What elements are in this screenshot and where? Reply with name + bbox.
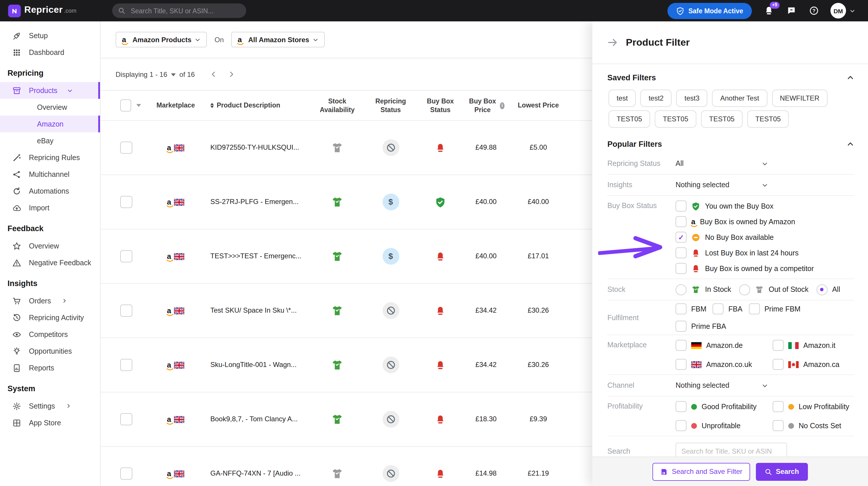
saved-filter-chip[interactable]: test2 [641, 90, 672, 107]
col-header-lowest-price[interactable]: Lowest Price [508, 101, 569, 110]
sidebar-item-automations[interactable]: Automations [0, 183, 100, 200]
fulfilment-prime-fba[interactable]: Prime FBA [676, 321, 726, 332]
checkbox[interactable] [676, 303, 686, 314]
saved-filter-chip[interactable]: test3 [676, 90, 708, 107]
sidebar-item-products-amazon[interactable]: Amazon [0, 116, 100, 132]
profitability-unprofitable[interactable]: Unprofitable [676, 420, 773, 431]
sidebar-item-settings[interactable]: Settings [0, 398, 100, 414]
global-search-input[interactable] [129, 7, 240, 15]
saved-filter-chip[interactable]: NEWFILTER [772, 90, 828, 107]
stock-in-radio[interactable]: In Stock [676, 284, 731, 295]
product-description[interactable]: Test SKU/ Space In Sku \*... [210, 306, 310, 315]
sidebar-item-feedback-overview[interactable]: Overview [0, 238, 100, 254]
sidebar-item-app-store[interactable]: App Store [0, 414, 100, 431]
row-checkbox[interactable] [120, 305, 132, 317]
stock-out-radio[interactable]: Out of Stock [739, 284, 808, 295]
checkbox[interactable] [676, 247, 686, 258]
profitability-no-costs[interactable]: No Costs Set [773, 420, 849, 431]
saved-filters-header[interactable]: Saved Filters [592, 64, 868, 87]
fulfilment-prime-fbm[interactable]: Prime FBM [749, 303, 800, 314]
messages-button[interactable] [785, 5, 797, 17]
saved-filter-chip[interactable]: TEST05 [747, 110, 789, 128]
fulfilment-fba[interactable]: FBA [713, 303, 743, 314]
product-description[interactable]: KID972550-TY-HULKSQUI... [210, 143, 310, 152]
row-checkbox[interactable] [120, 413, 132, 425]
option-buybox-amazon[interactable]: a Buy Box is owned by Amazon [676, 216, 814, 227]
sidebar-item-opportunities[interactable]: Opportunities [0, 343, 100, 359]
stock-all-radio[interactable]: All [816, 284, 840, 295]
radio[interactable] [676, 284, 686, 295]
saved-filter-chip[interactable]: TEST05 [609, 110, 650, 128]
next-page-button[interactable] [228, 70, 235, 78]
radio-selected[interactable] [816, 284, 828, 295]
product-description[interactable]: GA-NFFQ-74XN - 7 [Audio ... [210, 469, 310, 478]
saved-filter-chip[interactable]: TEST05 [655, 110, 696, 128]
info-icon[interactable]: i [500, 102, 504, 109]
checkbox[interactable] [676, 263, 686, 274]
checkbox[interactable] [676, 420, 686, 431]
select-all-checkbox[interactable] [120, 99, 131, 112]
checkbox[interactable] [676, 401, 686, 412]
help-button[interactable] [808, 5, 819, 17]
checkbox[interactable] [749, 303, 760, 314]
checkbox[interactable] [676, 321, 686, 332]
prev-page-button[interactable] [210, 70, 217, 78]
col-header-stock[interactable]: Stock Availability [310, 97, 365, 114]
product-description[interactable]: Sku-LongTitle-001 - Wagn... [210, 361, 310, 369]
search-button[interactable]: Search [755, 463, 808, 481]
popular-filters-header[interactable]: Popular Filters [592, 136, 868, 153]
search-and-save-filter-button[interactable]: Search and Save Filter [653, 463, 750, 481]
product-description[interactable]: Book9,8,7, - Tom Clancy A... [210, 415, 310, 424]
product-description[interactable]: TEST>>>TEST - Emergenc... [210, 252, 310, 261]
row-checkbox[interactable] [120, 467, 132, 480]
profitability-good[interactable]: Good Profitability [676, 401, 773, 412]
sidebar-item-products-ebay[interactable]: eBay [0, 132, 100, 149]
col-header-repricing[interactable]: Repricing Status [365, 97, 417, 114]
option-no-buybox[interactable]: ✓ No Buy Box available [676, 232, 814, 243]
checkbox[interactable] [676, 359, 686, 370]
fulfilment-fbm[interactable]: FBM [676, 303, 707, 314]
global-search[interactable] [112, 3, 246, 18]
store-dropdown[interactable]: a All Amazon Stores [231, 32, 325, 48]
select-menu-caret-icon[interactable] [136, 104, 141, 107]
option-buybox-competitor[interactable]: Buy Box is owned by a competitor [676, 263, 814, 274]
marketplace-amazon-ca[interactable]: Amazon.ca [773, 359, 839, 370]
page-size-caret-icon[interactable] [172, 73, 176, 76]
sidebar-item-dashboard[interactable]: Dashboard [0, 44, 100, 61]
sidebar-item-multichannel[interactable]: Multichannel [0, 166, 100, 183]
saved-filter-chip[interactable]: Another Test [712, 90, 767, 107]
account-menu[interactable]: DM [831, 3, 855, 19]
collapse-panel-arrow-icon[interactable] [608, 37, 618, 48]
repricing-status-select[interactable]: All [676, 159, 768, 168]
row-checkbox[interactable] [120, 359, 132, 371]
sidebar-item-orders[interactable]: Orders [0, 293, 100, 309]
checkbox[interactable] [713, 303, 724, 314]
sidebar-item-setup[interactable]: Setup [0, 27, 100, 44]
sidebar-item-repricing-activity[interactable]: Repricing Activity [0, 309, 100, 326]
brand-logo[interactable]: Repricer .com [8, 4, 76, 17]
option-own-buybox[interactable]: You own the Buy Box [676, 201, 814, 212]
checkbox-checked[interactable]: ✓ [676, 232, 686, 243]
checkbox[interactable] [773, 359, 784, 370]
checkbox[interactable] [773, 401, 784, 412]
marketplace-amazon-de[interactable]: Amazon.de [676, 340, 773, 351]
saved-filter-chip[interactable]: TEST05 [701, 110, 743, 128]
safe-mode-button[interactable]: Safe Mode Active [668, 3, 752, 19]
sidebar-item-repricing-rules[interactable]: Repricing Rules [0, 149, 100, 166]
sidebar-item-import[interactable]: Import [0, 200, 100, 216]
profitability-low[interactable]: Low Profitability [773, 401, 849, 412]
col-header-marketplace[interactable]: Marketplace [141, 101, 210, 110]
row-checkbox[interactable] [120, 250, 132, 262]
insights-select[interactable]: Nothing selected [676, 181, 768, 189]
sidebar-item-products-overview[interactable]: Overview [0, 99, 100, 116]
marketplace-amazon-it[interactable]: Amazon.it [773, 340, 839, 351]
checkbox[interactable] [773, 340, 784, 351]
marketplace-amazon-co-uk[interactable]: Amazon.co.uk [676, 359, 773, 370]
radio[interactable] [739, 284, 750, 295]
sidebar-item-products[interactable]: Products [0, 82, 100, 99]
col-header-buybox-status[interactable]: Buy Box Status [417, 97, 464, 114]
channel-select[interactable]: Nothing selected [676, 382, 768, 390]
checkbox[interactable] [676, 216, 686, 227]
sidebar-item-competitors[interactable]: Competitors [0, 326, 100, 343]
checkbox[interactable] [773, 420, 784, 431]
